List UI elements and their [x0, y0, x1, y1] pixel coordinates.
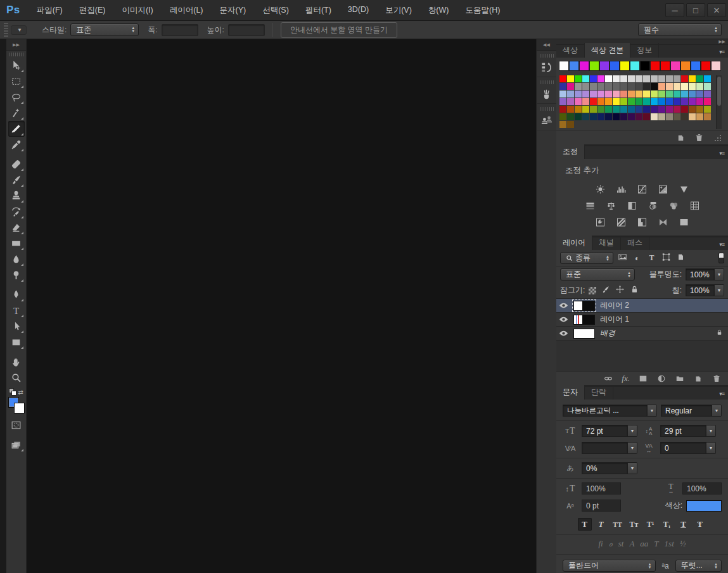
- swatch[interactable]: [635, 83, 642, 90]
- swatch[interactable]: [658, 98, 665, 105]
- swatch[interactable]: [620, 83, 627, 90]
- filter-pixel-layers-icon[interactable]: [617, 253, 628, 263]
- lock-paint-icon[interactable]: [600, 285, 611, 296]
- faux-italic-button[interactable]: T: [594, 518, 608, 531]
- swatch[interactable]: [567, 75, 574, 82]
- swatch[interactable]: [696, 106, 703, 113]
- contextual-alternates-button[interactable]: aa: [640, 539, 648, 549]
- swatch[interactable]: [666, 106, 673, 113]
- swatch[interactable]: [696, 91, 703, 98]
- swatch[interactable]: [559, 98, 566, 105]
- swatch[interactable]: [613, 91, 620, 98]
- swatch[interactable]: [605, 106, 612, 113]
- filter-shape-layers-icon[interactable]: [661, 253, 672, 263]
- swatch[interactable]: [628, 113, 635, 120]
- swatch[interactable]: [597, 83, 604, 90]
- tool-rectangle[interactable]: [8, 334, 25, 350]
- swatch[interactable]: [597, 91, 604, 98]
- swatch[interactable]: [580, 61, 589, 70]
- swatch[interactable]: [691, 61, 700, 70]
- swatch[interactable]: [590, 113, 597, 120]
- levels-icon[interactable]: [615, 184, 628, 195]
- swatch[interactable]: [605, 91, 612, 98]
- menu-item[interactable]: 편집(E): [72, 0, 113, 21]
- swatch[interactable]: [651, 75, 658, 82]
- swatch[interactable]: [643, 106, 650, 113]
- faux-bold-button[interactable]: T: [578, 518, 592, 531]
- swatch[interactable]: [681, 83, 688, 90]
- superscript-button[interactable]: T¹: [644, 518, 658, 531]
- swatch[interactable]: [575, 75, 582, 82]
- new-group-folder-icon[interactable]: [675, 374, 685, 383]
- swatch[interactable]: [590, 75, 597, 82]
- channel-mixer-icon[interactable]: [667, 200, 680, 211]
- font-style-select[interactable]: Regular▼: [661, 405, 722, 417]
- swatch[interactable]: [651, 61, 660, 70]
- menu-item[interactable]: 필터(T): [298, 0, 339, 21]
- tab-character[interactable]: 문자: [556, 385, 585, 400]
- swatch[interactable]: [635, 75, 642, 82]
- swatch[interactable]: [628, 98, 635, 105]
- invert-icon[interactable]: [594, 217, 607, 228]
- swatch[interactable]: [590, 61, 599, 70]
- tool-path-selection[interactable]: [8, 318, 25, 334]
- posterize-icon[interactable]: [615, 217, 628, 228]
- swatch[interactable]: [704, 75, 711, 82]
- swatch[interactable]: [559, 106, 566, 113]
- color-lookup-icon[interactable]: [688, 200, 701, 211]
- swatch[interactable]: [689, 113, 696, 120]
- swatch[interactable]: [582, 113, 589, 120]
- menu-item[interactable]: 보기(V): [378, 0, 419, 21]
- kerning-select[interactable]: ▼: [582, 442, 637, 454]
- swatch[interactable]: [613, 98, 620, 105]
- swatch[interactable]: [628, 75, 635, 82]
- swatch[interactable]: [643, 113, 650, 120]
- panel-menu-icon[interactable]: ▾≡: [715, 148, 728, 159]
- tools-collapse-toggle[interactable]: ▶▶: [6, 39, 26, 51]
- menu-item[interactable]: 이미지(I): [114, 0, 160, 21]
- trash-icon[interactable]: [694, 133, 704, 142]
- fractions-button[interactable]: ½: [680, 539, 686, 549]
- leading-select[interactable]: 29 pt▼: [660, 425, 716, 437]
- tool-history-brush[interactable]: [8, 204, 25, 220]
- color-balance-icon[interactable]: [604, 200, 617, 211]
- gradient-map-icon[interactable]: [657, 217, 670, 228]
- tracking-select[interactable]: 0▼: [660, 442, 716, 454]
- history-panel-button[interactable]: [537, 51, 556, 77]
- layer-name[interactable]: 레이어 1: [600, 314, 629, 325]
- swatch[interactable]: [643, 91, 650, 98]
- swatch[interactable]: [681, 106, 688, 113]
- brush-presets-panel-button[interactable]: [537, 77, 556, 104]
- tab-channels[interactable]: 채널: [592, 236, 621, 250]
- style-select[interactable]: 표준 ▲▼: [70, 23, 139, 36]
- tab-adjustments[interactable]: 조정: [556, 144, 585, 159]
- swatch[interactable]: [681, 98, 688, 105]
- tsume-select[interactable]: 0%▼: [582, 462, 637, 474]
- panel-menu-icon[interactable]: ▾≡: [715, 239, 728, 250]
- swatch[interactable]: [613, 83, 620, 90]
- subscript-button[interactable]: T₁: [660, 518, 674, 531]
- blend-mode-select[interactable]: 표준▲▼: [560, 268, 635, 280]
- swatch[interactable]: [666, 113, 673, 120]
- swatch[interactable]: [567, 83, 574, 90]
- height-input[interactable]: [228, 24, 265, 36]
- swatch[interactable]: [689, 83, 696, 90]
- tool-type[interactable]: T: [8, 303, 25, 318]
- swatch[interactable]: [620, 91, 627, 98]
- swatch[interactable]: [567, 113, 574, 120]
- exposure-icon[interactable]: [657, 184, 670, 195]
- swatch[interactable]: [567, 121, 574, 128]
- minimize-button[interactable]: ─: [665, 3, 684, 17]
- swatch[interactable]: [689, 91, 696, 98]
- selective-color-icon[interactable]: [678, 217, 691, 228]
- swatch[interactable]: [582, 75, 589, 82]
- panel-menu-icon[interactable]: ▾≡: [715, 388, 728, 400]
- panel-menu-icon[interactable]: ▾≡: [715, 46, 728, 58]
- font-family-select[interactable]: 나눔바른고딕 ...▼: [563, 405, 657, 417]
- tab-info[interactable]: 정보: [630, 43, 659, 58]
- swatch[interactable]: [666, 91, 673, 98]
- swatch[interactable]: [674, 83, 680, 90]
- tool-eyedropper[interactable]: [8, 137, 25, 153]
- swatch[interactable]: [590, 106, 597, 113]
- tab-color[interactable]: 색상: [556, 43, 585, 58]
